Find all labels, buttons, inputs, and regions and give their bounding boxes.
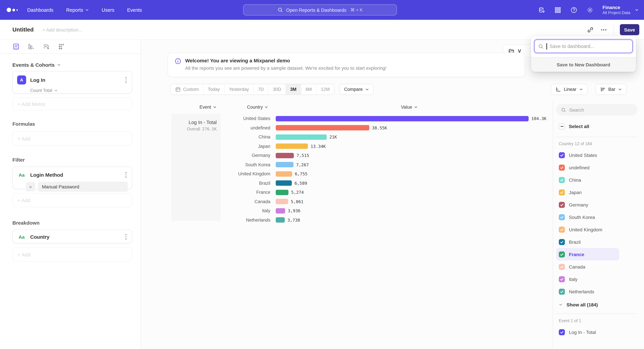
country-row-netherlands[interactable]: Netherlands — [556, 285, 619, 298]
metric-menu-icon[interactable] — [124, 77, 128, 83]
country-checkbox[interactable] — [559, 251, 565, 257]
more-options-icon[interactable] — [600, 26, 608, 33]
nav-item-reports[interactable]: Reports — [66, 7, 89, 12]
bar-segment[interactable] — [276, 181, 292, 186]
country-checkbox[interactable] — [559, 152, 565, 158]
range-12m[interactable]: 12M — [316, 84, 334, 94]
add-filter-button[interactable]: + Add — [12, 193, 132, 207]
mixpanel-logo-icon[interactable] — [7, 8, 18, 12]
country-row-united-states[interactable]: United States — [556, 149, 619, 161]
range-custom[interactable]: Custom — [171, 84, 204, 94]
bar-segment[interactable] — [276, 217, 285, 223]
breakdown-menu-icon[interactable] — [124, 234, 128, 240]
bar-chart-tab[interactable] — [28, 43, 35, 50]
country-row-brazil[interactable]: Brazil — [556, 236, 619, 248]
bar-segment[interactable] — [276, 171, 292, 177]
add-breakdown-button[interactable]: + Add — [12, 247, 132, 262]
add-description[interactable]: + Add description... — [42, 27, 82, 32]
bar-segment[interactable] — [276, 190, 288, 195]
range-6m[interactable]: 6M — [301, 84, 317, 94]
event-checkbox-row[interactable]: Log In - Total — [556, 326, 619, 338]
country-row-japan[interactable]: Japan — [556, 186, 619, 198]
events-cohorts-header[interactable]: Events & Cohorts — [12, 62, 132, 68]
add-formula-button[interactable]: + Add — [12, 131, 132, 145]
metric-card-log-in[interactable]: A Log In Count Total — [12, 71, 132, 93]
country-checkbox[interactable] — [559, 202, 565, 208]
bar-segment[interactable] — [276, 153, 294, 158]
nav-item-events[interactable]: Events — [127, 7, 142, 12]
settings-gear-icon[interactable] — [586, 6, 594, 13]
country-row-germany[interactable]: Germany — [556, 198, 619, 211]
country-checkbox[interactable] — [559, 239, 565, 245]
country-row-france[interactable]: France — [556, 248, 619, 261]
chart-type-selector[interactable]: Bar — [595, 84, 626, 95]
event-checkbox[interactable] — [559, 329, 565, 335]
country-row-undefined[interactable]: undefined — [556, 161, 619, 174]
aggregation-selector[interactable]: Count Total — [30, 88, 128, 93]
bar-segment[interactable] — [276, 125, 369, 131]
nav-item-dashboards[interactable]: Dashboards — [27, 7, 53, 12]
range-7d[interactable]: 7D — [254, 84, 268, 94]
save-dashboard-search-input[interactable]: Save to dashboard... — [534, 39, 632, 53]
value-scale-selector[interactable]: Linear — [551, 84, 588, 95]
flows-tab[interactable] — [42, 43, 50, 50]
range-3m[interactable]: 3M — [286, 84, 301, 94]
help-icon[interactable] — [570, 6, 578, 13]
report-title[interactable]: Untitled — [12, 26, 34, 33]
range-30d[interactable]: 30D — [268, 84, 286, 94]
range-today[interactable]: Today — [204, 84, 224, 94]
bar-segment[interactable] — [276, 199, 288, 204]
country-checkbox[interactable] — [559, 276, 565, 282]
show-all-button[interactable]: Show all (184) — [556, 298, 637, 311]
apps-grid-icon[interactable] — [554, 6, 562, 13]
bar-segment[interactable] — [276, 134, 327, 140]
bar-segment[interactable] — [276, 162, 294, 167]
save-button[interactable]: Save — [620, 24, 639, 35]
bar-value-label: 7,515 — [296, 153, 309, 158]
country-row-italy[interactable]: Italy — [556, 273, 619, 285]
add-metric-button[interactable]: + Add Metric — [12, 98, 132, 110]
bar-segment[interactable] — [276, 116, 528, 121]
date-range-segments: CustomTodayYesterday7D30D3M6M12M — [170, 84, 334, 95]
select-all-row[interactable]: Select all — [559, 123, 637, 129]
filter-card-login-method[interactable]: Aa Login Method = Manual Password — [12, 167, 132, 189]
country-checkbox[interactable] — [559, 214, 565, 220]
country-checkbox[interactable] — [559, 164, 565, 170]
country-row-united-kingdom[interactable]: United Kingdom — [556, 223, 619, 236]
country-checkbox[interactable] — [559, 189, 565, 195]
filter-menu-icon[interactable] — [124, 171, 128, 178]
country-checkbox-label: South Korea — [569, 214, 595, 220]
country-checkbox[interactable] — [559, 264, 565, 270]
filter-operator[interactable]: = — [26, 182, 35, 191]
retention-tab[interactable] — [58, 43, 65, 50]
breakdown-search-input[interactable]: Search — [556, 104, 637, 116]
country-row-south-korea[interactable]: South Korea — [556, 211, 619, 223]
breakdown-property-name[interactable]: Country — [30, 234, 120, 240]
copy-link-icon[interactable] — [587, 26, 594, 33]
column-header-event[interactable]: Event — [200, 105, 216, 110]
project-switcher[interactable]: Finance All Project Data — [602, 4, 639, 15]
save-to-new-dashboard-button[interactable]: Save to New Dashboard — [531, 57, 636, 72]
insights-tab[interactable] — [12, 43, 20, 50]
country-checkbox[interactable] — [559, 177, 565, 183]
bar-segment[interactable] — [276, 208, 285, 214]
bar-category-label: Italy — [141, 208, 270, 213]
nav-item-users[interactable]: Users — [102, 7, 114, 12]
country-checkbox[interactable] — [559, 289, 565, 295]
mixpanel-app: DashboardsReportsUsersEvents Open Report… — [0, 0, 644, 349]
bar-segment[interactable] — [276, 144, 308, 149]
column-header-value[interactable]: Value — [401, 105, 418, 110]
data-management-icon[interactable] — [538, 6, 546, 13]
breakdown-card-country[interactable]: Aa Country — [12, 230, 132, 243]
country-row-china[interactable]: China — [556, 174, 619, 186]
range-yesterday[interactable]: Yesterday — [224, 84, 254, 94]
filter-value[interactable]: Manual Password — [38, 182, 128, 192]
country-row-canada[interactable]: Canada — [556, 261, 619, 273]
compare-button[interactable]: Compare — [340, 84, 374, 95]
column-header-country[interactable]: Country — [247, 105, 268, 110]
select-all-checkbox-indeterminate[interactable] — [559, 123, 565, 129]
filter-property-name[interactable]: Login Method — [30, 172, 120, 178]
country-checkbox[interactable] — [559, 227, 565, 233]
global-search-button[interactable]: Open Reports & Dashboards ⌘ + K — [243, 4, 397, 15]
metric-name[interactable]: Log In — [30, 77, 120, 83]
